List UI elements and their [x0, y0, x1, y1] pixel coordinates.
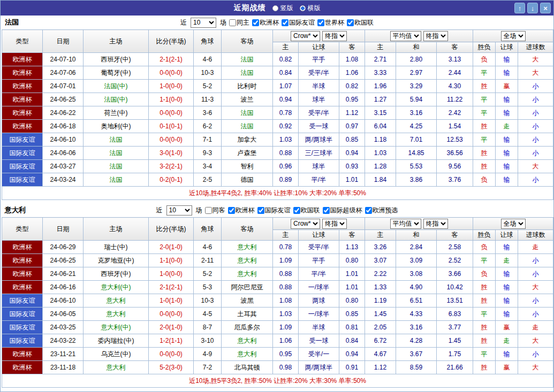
match-count-select[interactable]: 10	[166, 205, 192, 216]
cell-result-goals: 小	[518, 120, 553, 133]
layout-horizontal-label: 横版	[308, 4, 321, 13]
same-venue-checkbox[interactable]	[229, 19, 236, 26]
competition-checkbox[interactable]	[365, 207, 372, 214]
move-up-button[interactable]: ↑	[514, 3, 525, 13]
match-count-select[interactable]: 10	[191, 18, 216, 28]
competition-filter-1[interactable]: 国际友谊	[257, 206, 291, 215]
cell-corners: 7-2	[194, 361, 222, 374]
close-button[interactable]: ×	[540, 3, 551, 13]
cell-handicap: 两球	[299, 294, 339, 308]
cell-corners: 4-5	[194, 308, 222, 321]
match-row: 欧洲杯24-06-16意大利(中)2-1(2-1)5-3阿尔巴尼亚0.88一/球…	[2, 281, 553, 294]
cell-result-goals: 大	[518, 160, 553, 173]
match-row: 国际友谊24-06-05意大利0-0(0-0)4-5土耳其1.03一/球半0.8…	[2, 308, 553, 321]
cell-avg-draw: 3.09	[396, 254, 437, 267]
cell-date: 24-06-05	[43, 308, 84, 321]
scope-select[interactable]: 全场	[501, 31, 526, 41]
cell-result-goals: 小	[518, 267, 553, 281]
match-row: 国际友谊24-06-10法国0-0(0-0)7-1加拿大1.03两/两球半0.8…	[2, 133, 553, 147]
cell-avg-away: 6.83	[437, 308, 473, 321]
cell-away-team: 意大利	[222, 254, 273, 267]
avg-source-select[interactable]: 平均值	[390, 219, 421, 229]
competition-filter-4[interactable]: 欧洲预选	[365, 206, 398, 215]
cell-competition: 欧洲杯	[2, 348, 43, 361]
competition-filter-2[interactable]: 欧国联	[293, 206, 320, 215]
cell-result-goals: 小	[518, 254, 553, 267]
cell-result-outcome: 胜	[473, 294, 496, 308]
results-table-italy: 类型日期主场比分(半场)角球客场Crow*终指平均值终指全场主让球客主和客胜负让…	[2, 217, 553, 388]
cell-avg-away: 2.58	[437, 241, 473, 254]
column-header-0: 类型	[2, 218, 43, 241]
cell-corners: 11-3	[194, 93, 222, 106]
avg-final-select[interactable]: 终指	[423, 219, 448, 229]
competition-checkbox[interactable]	[282, 19, 289, 26]
competition-checkbox[interactable]	[293, 207, 300, 214]
cell-away-team: 波兰	[222, 93, 273, 106]
cell-competition: 国际友谊	[2, 294, 43, 308]
layout-horizontal-radio[interactable]: 横版	[300, 4, 321, 13]
layout-vertical-radio[interactable]: 竖版	[272, 4, 293, 13]
avg-source-select[interactable]: 平均值	[390, 31, 421, 41]
move-down-button[interactable]: ↓	[527, 3, 538, 13]
cell-avg-draw: 5.94	[396, 93, 437, 106]
cell-competition: 欧洲杯	[2, 267, 43, 281]
same-venue-filter[interactable]: 同客	[205, 206, 225, 215]
competition-filter-1[interactable]: 国际友谊	[282, 18, 315, 27]
odds-source-select[interactable]: Crow*	[291, 219, 320, 229]
cell-home-team: 意大利	[84, 361, 149, 374]
column-header-5: 客场	[222, 30, 273, 53]
cell-handicap: 平/半	[299, 267, 339, 281]
section-header-italy: 意大利近10场同客欧洲杯国际友谊欧国联国际超级杯欧洲预选	[1, 203, 553, 217]
match-row: 欧洲杯24-07-06葡萄牙(中)0-0(0-0)10-3法国0.84受平/半1…	[2, 66, 553, 80]
same-venue-filter[interactable]: 同主	[229, 18, 249, 27]
competition-checkbox[interactable]	[257, 207, 264, 214]
cell-home-team: 法国	[84, 133, 149, 147]
scope-select[interactable]: 全场	[501, 219, 526, 229]
sub-column-header: 让球	[299, 230, 339, 241]
avg-final-select[interactable]: 终指	[423, 31, 448, 41]
competition-checkbox[interactable]	[228, 207, 235, 214]
odds-final-select[interactable]: 终指	[322, 31, 347, 41]
cell-result-goals: 大	[518, 281, 553, 294]
cell-avg-away: 2.52	[437, 254, 473, 267]
cell-competition: 欧洲杯	[2, 241, 43, 254]
competition-filter-0[interactable]: 欧洲杯	[228, 206, 255, 215]
layout-vertical-radio-input[interactable]	[272, 5, 278, 11]
same-venue-checkbox[interactable]	[205, 207, 212, 214]
competition-checkbox[interactable]	[317, 19, 324, 26]
cell-result-outcome: 平	[473, 106, 496, 120]
cell-date: 23-11-18	[43, 361, 84, 374]
title-group: 近期战绩 竖版 横版	[1, 3, 553, 13]
layout-horizontal-radio-input[interactable]	[300, 5, 306, 11]
sub-column-header: 客	[339, 42, 365, 53]
filter-bar: 近10场同客欧洲杯国际友谊欧国联国际超级杯欧洲预选	[1, 205, 553, 216]
cell-away-team: 加拿大	[222, 133, 273, 147]
cell-avg-home: 3.15	[365, 106, 396, 120]
competition-filter-0[interactable]: 欧洲杯	[252, 18, 279, 27]
competition-label: 欧洲预选	[373, 206, 398, 215]
cell-handicap: 平手	[299, 53, 339, 66]
cell-home-team: 委内瑞拉(中)	[84, 334, 149, 348]
odds-final-select[interactable]: 终指	[322, 219, 347, 229]
cell-date: 24-07-10	[43, 53, 84, 66]
cell-avg-away: 36.56	[437, 147, 473, 160]
cell-handicap: 一/球半	[299, 281, 339, 294]
competition-filter-3[interactable]: 国际超级杯	[323, 206, 362, 215]
sections-container: 法国近10场同主欧洲杯国际友谊世界杯欧国联类型日期主场比分(半场)角球客场Cro…	[1, 16, 553, 388]
cell-home-team: 意大利(中)	[84, 281, 149, 294]
cell-corners: 3-4	[194, 160, 222, 173]
competition-label: 欧国联	[354, 18, 374, 27]
match-row: 国际友谊24-03-25意大利(中)2-0(1-0)8-7厄瓜多尔1.09半球0…	[2, 321, 553, 334]
cell-competition: 欧洲杯	[2, 53, 43, 66]
cell-corners: 6-2	[194, 120, 222, 133]
competition-filter-3[interactable]: 欧国联	[347, 18, 374, 27]
competition-filter-2[interactable]: 世界杯	[317, 18, 344, 27]
competition-checkbox[interactable]	[323, 207, 330, 214]
cell-date: 24-06-25	[43, 93, 84, 106]
competition-checkbox[interactable]	[347, 19, 354, 26]
odds-source-select[interactable]: Crow*	[291, 31, 320, 41]
cell-avg-away: 13.51	[437, 294, 473, 308]
competition-checkbox[interactable]	[252, 19, 259, 26]
cell-away-team: 北马其顿	[222, 361, 273, 374]
column-header-3: 比分(半场)	[149, 218, 194, 241]
